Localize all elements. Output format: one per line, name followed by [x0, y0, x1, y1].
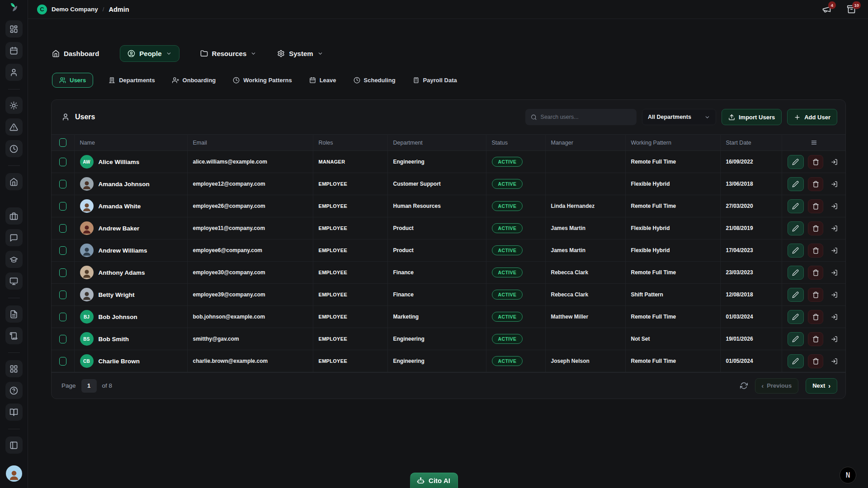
user-start-date: 12/08/2018: [720, 284, 782, 306]
edit-button[interactable]: [788, 177, 804, 191]
user-email: employee26@company.com: [187, 195, 313, 217]
edit-button[interactable]: [788, 332, 804, 346]
row-checkbox[interactable]: [59, 357, 66, 366]
row-checkbox[interactable]: [59, 268, 66, 277]
user-department: Engineering: [387, 151, 486, 173]
user-department: Finance: [387, 284, 486, 306]
user-role: EMPLOYEE: [313, 239, 387, 262]
delete-button[interactable]: [808, 332, 823, 346]
delete-button[interactable]: [808, 177, 823, 191]
edit-button[interactable]: [788, 266, 804, 280]
dashboard-icon[interactable]: [5, 20, 23, 38]
tab-departments[interactable]: Departments: [107, 73, 156, 87]
delete-button[interactable]: [808, 266, 823, 280]
tab-label: Users: [70, 77, 86, 84]
document-icon[interactable]: [5, 305, 23, 323]
login-as-button[interactable]: [827, 310, 841, 324]
edit-button[interactable]: [788, 310, 804, 324]
tab-leave[interactable]: Leave: [307, 73, 338, 87]
sun-icon[interactable]: [5, 97, 23, 114]
home-icon[interactable]: [5, 173, 23, 190]
sidebar-divider: [8, 429, 20, 429]
sidebar-bottom: [5, 382, 23, 488]
delete-button[interactable]: [808, 310, 823, 324]
select-all-checkbox[interactable]: [59, 138, 66, 147]
login-as-button[interactable]: [827, 199, 841, 213]
tab-payroll-data[interactable]: Payroll Data: [411, 73, 459, 87]
columns-menu-icon[interactable]: [810, 139, 818, 146]
delete-button[interactable]: [808, 244, 823, 258]
graduation-cap-icon[interactable]: [5, 251, 23, 268]
breadcrumb-company[interactable]: Demo Company: [52, 6, 98, 13]
tab-users[interactable]: Users: [52, 73, 93, 88]
app-logo[interactable]: [0, 0, 28, 14]
primary-nav: Dashboard People Resources System: [28, 19, 868, 62]
delete-button[interactable]: [808, 288, 823, 302]
row-checkbox[interactable]: [59, 335, 66, 343]
edit-button[interactable]: [788, 288, 804, 302]
add-user-button[interactable]: Add User: [787, 109, 837, 125]
department-filter[interactable]: All Departments: [642, 109, 716, 125]
user-role: EMPLOYEE: [313, 217, 387, 239]
search-input[interactable]: [541, 114, 631, 120]
monitor-icon[interactable]: [5, 272, 23, 290]
tab-working-patterns[interactable]: Working Patterns: [231, 73, 293, 87]
edit-button[interactable]: [788, 244, 804, 258]
user-start-date: 23/03/2023: [720, 262, 782, 284]
delete-button[interactable]: [808, 199, 823, 213]
row-checkbox[interactable]: [59, 224, 66, 233]
person-icon[interactable]: [5, 64, 23, 81]
book-icon[interactable]: [5, 404, 23, 421]
row-checkbox[interactable]: [59, 202, 66, 211]
edit-button[interactable]: [788, 221, 804, 235]
next-page-button[interactable]: Next ›: [806, 378, 837, 394]
login-as-button[interactable]: [827, 177, 841, 191]
calendar-icon[interactable]: [5, 42, 23, 59]
login-as-button[interactable]: [827, 244, 841, 258]
login-as-button[interactable]: [827, 266, 841, 280]
announcements-button[interactable]: 4: [822, 5, 831, 14]
panel-toggle-icon[interactable]: [5, 436, 23, 454]
help-icon[interactable]: [5, 382, 23, 399]
edit-button[interactable]: [788, 354, 804, 368]
login-as-button[interactable]: [827, 155, 841, 169]
row-checkbox[interactable]: [59, 291, 66, 299]
login-as-button[interactable]: [827, 288, 841, 302]
cito-ai-button[interactable]: Cito AI: [410, 473, 458, 488]
grid-icon[interactable]: [5, 360, 23, 377]
delete-button[interactable]: [808, 354, 823, 368]
panel-title-text: Users: [75, 113, 95, 121]
nav-people[interactable]: People: [120, 45, 179, 62]
delete-button[interactable]: [808, 221, 823, 235]
previous-page-button[interactable]: ‹ Previous: [755, 378, 799, 394]
table-header-row: Name Email Roles Department Status Manag…: [52, 135, 846, 151]
scroll-icon[interactable]: [5, 327, 23, 344]
nav-dashboard[interactable]: Dashboard: [52, 50, 99, 57]
login-as-button[interactable]: [827, 332, 841, 346]
import-users-button[interactable]: Import Users: [722, 109, 782, 125]
alert-triangle-icon[interactable]: [5, 118, 23, 136]
tab-label: Onboarding: [183, 77, 216, 84]
tab-label: Scheduling: [364, 77, 396, 84]
refresh-button[interactable]: [740, 382, 748, 389]
user-avatar[interactable]: [6, 465, 22, 482]
nav-resources[interactable]: Resources: [200, 50, 257, 57]
row-checkbox[interactable]: [59, 180, 66, 188]
row-checkbox[interactable]: [59, 158, 66, 166]
briefcase-icon[interactable]: [5, 207, 23, 225]
delete-button[interactable]: [808, 155, 823, 169]
tab-scheduling[interactable]: Scheduling: [352, 73, 397, 87]
login-as-button[interactable]: [827, 354, 841, 368]
archive-button[interactable]: 10: [847, 5, 856, 14]
tab-onboarding[interactable]: Onboarding: [170, 73, 218, 87]
row-checkbox[interactable]: [59, 313, 66, 321]
edit-button[interactable]: [788, 199, 804, 213]
nextjs-dev-badge[interactable]: N: [840, 467, 856, 483]
clock-icon[interactable]: [5, 140, 23, 157]
login-as-button[interactable]: [827, 221, 841, 235]
nav-system[interactable]: System: [277, 50, 323, 57]
page-label: Page: [61, 382, 76, 389]
row-checkbox[interactable]: [59, 246, 66, 255]
chat-icon[interactable]: [5, 229, 23, 246]
edit-button[interactable]: [788, 155, 804, 169]
